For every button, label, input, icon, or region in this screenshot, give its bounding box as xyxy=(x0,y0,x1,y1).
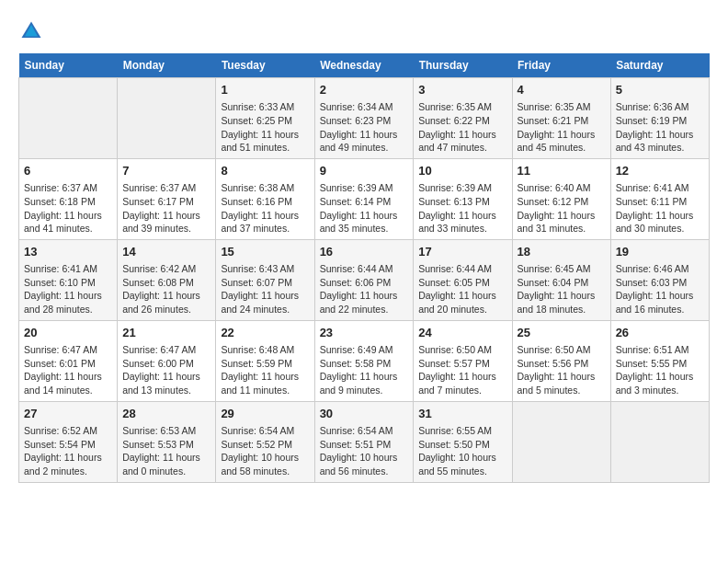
day-cell: 17Sunrise: 6:44 AM Sunset: 6:05 PM Dayli… xyxy=(414,239,512,320)
day-cell: 4Sunrise: 6:35 AM Sunset: 6:21 PM Daylig… xyxy=(512,78,610,159)
day-number: 3 xyxy=(418,82,506,98)
day-info: Sunrise: 6:42 AM Sunset: 6:08 PM Dayligh… xyxy=(122,262,210,316)
day-info: Sunrise: 6:41 AM Sunset: 6:10 PM Dayligh… xyxy=(24,262,112,316)
day-cell: 3Sunrise: 6:35 AM Sunset: 6:22 PM Daylig… xyxy=(414,78,512,159)
day-cell: 24Sunrise: 6:50 AM Sunset: 5:57 PM Dayli… xyxy=(414,320,512,401)
calendar-body: 1Sunrise: 6:33 AM Sunset: 6:25 PM Daylig… xyxy=(19,78,710,483)
day-number: 27 xyxy=(24,406,112,422)
day-cell: 21Sunrise: 6:47 AM Sunset: 6:00 PM Dayli… xyxy=(118,320,216,401)
day-info: Sunrise: 6:34 AM Sunset: 6:23 PM Dayligh… xyxy=(320,100,409,155)
day-number: 23 xyxy=(320,325,409,341)
day-cell xyxy=(118,78,216,159)
day-info: Sunrise: 6:39 AM Sunset: 6:14 PM Dayligh… xyxy=(320,181,409,236)
logo xyxy=(18,18,48,44)
day-number: 22 xyxy=(221,325,309,341)
day-cell: 12Sunrise: 6:41 AM Sunset: 6:11 PM Dayli… xyxy=(610,158,709,239)
day-number: 21 xyxy=(122,325,210,341)
day-info: Sunrise: 6:46 AM Sunset: 6:03 PM Dayligh… xyxy=(616,262,704,316)
day-info: Sunrise: 6:55 AM Sunset: 5:50 PM Dayligh… xyxy=(418,424,506,478)
day-info: Sunrise: 6:33 AM Sunset: 6:25 PM Dayligh… xyxy=(221,100,309,155)
day-cell: 14Sunrise: 6:42 AM Sunset: 6:08 PM Dayli… xyxy=(118,239,216,320)
day-cell: 9Sunrise: 6:39 AM Sunset: 6:14 PM Daylig… xyxy=(314,158,414,239)
day-info: Sunrise: 6:35 AM Sunset: 6:22 PM Dayligh… xyxy=(418,100,506,155)
day-info: Sunrise: 6:47 AM Sunset: 6:00 PM Dayligh… xyxy=(122,343,210,397)
day-number: 26 xyxy=(616,325,704,341)
day-cell: 13Sunrise: 6:41 AM Sunset: 6:10 PM Dayli… xyxy=(19,239,118,320)
day-cell: 23Sunrise: 6:49 AM Sunset: 5:58 PM Dayli… xyxy=(314,320,414,401)
week-row-2: 6Sunrise: 6:37 AM Sunset: 6:18 PM Daylig… xyxy=(19,158,710,239)
day-number: 2 xyxy=(320,82,409,98)
day-header-thursday: Thursday xyxy=(414,53,512,78)
day-cell: 25Sunrise: 6:50 AM Sunset: 5:56 PM Dayli… xyxy=(512,320,610,401)
day-info: Sunrise: 6:54 AM Sunset: 5:52 PM Dayligh… xyxy=(221,424,309,478)
calendar-header: SundayMondayTuesdayWednesdayThursdayFrid… xyxy=(19,53,710,78)
day-info: Sunrise: 6:41 AM Sunset: 6:11 PM Dayligh… xyxy=(616,181,704,236)
day-cell: 16Sunrise: 6:44 AM Sunset: 6:06 PM Dayli… xyxy=(314,239,414,320)
day-info: Sunrise: 6:50 AM Sunset: 5:57 PM Dayligh… xyxy=(418,343,506,397)
day-number: 20 xyxy=(24,325,112,341)
day-number: 28 xyxy=(122,406,210,422)
day-cell: 20Sunrise: 6:47 AM Sunset: 6:01 PM Dayli… xyxy=(19,320,118,401)
day-number: 16 xyxy=(320,244,409,260)
day-cell: 11Sunrise: 6:40 AM Sunset: 6:12 PM Dayli… xyxy=(512,158,610,239)
day-number: 31 xyxy=(418,406,506,422)
day-cell: 18Sunrise: 6:45 AM Sunset: 6:04 PM Dayli… xyxy=(512,239,610,320)
day-cell: 27Sunrise: 6:52 AM Sunset: 5:54 PM Dayli… xyxy=(19,401,118,482)
day-number: 29 xyxy=(221,406,309,422)
day-cell: 2Sunrise: 6:34 AM Sunset: 6:23 PM Daylig… xyxy=(314,78,414,159)
day-cell: 26Sunrise: 6:51 AM Sunset: 5:55 PM Dayli… xyxy=(610,320,709,401)
day-header-saturday: Saturday xyxy=(610,53,709,78)
day-number: 7 xyxy=(122,163,210,179)
day-cell: 5Sunrise: 6:36 AM Sunset: 6:19 PM Daylig… xyxy=(610,78,709,159)
day-number: 24 xyxy=(418,325,506,341)
day-header-monday: Monday xyxy=(118,53,216,78)
day-number: 12 xyxy=(616,163,704,179)
day-number: 8 xyxy=(221,163,309,179)
day-number: 17 xyxy=(418,244,506,260)
day-number: 30 xyxy=(320,406,409,422)
day-number: 25 xyxy=(518,325,606,341)
day-number: 4 xyxy=(518,82,606,98)
day-cell: 8Sunrise: 6:38 AM Sunset: 6:16 PM Daylig… xyxy=(216,158,314,239)
day-cell: 10Sunrise: 6:39 AM Sunset: 6:13 PM Dayli… xyxy=(414,158,512,239)
day-header-friday: Friday xyxy=(512,53,610,78)
day-cell xyxy=(19,78,118,159)
day-cell: 15Sunrise: 6:43 AM Sunset: 6:07 PM Dayli… xyxy=(216,239,314,320)
day-cell: 28Sunrise: 6:53 AM Sunset: 5:53 PM Dayli… xyxy=(118,401,216,482)
day-header-sunday: Sunday xyxy=(19,53,118,78)
day-info: Sunrise: 6:44 AM Sunset: 6:06 PM Dayligh… xyxy=(320,262,409,316)
page-header xyxy=(18,18,710,44)
week-row-5: 27Sunrise: 6:52 AM Sunset: 5:54 PM Dayli… xyxy=(19,401,710,482)
day-cell: 1Sunrise: 6:33 AM Sunset: 6:25 PM Daylig… xyxy=(216,78,314,159)
day-number: 6 xyxy=(24,163,112,179)
day-number: 1 xyxy=(221,82,309,98)
day-number: 10 xyxy=(418,163,506,179)
day-cell xyxy=(512,401,610,482)
day-number: 13 xyxy=(24,244,112,260)
day-info: Sunrise: 6:51 AM Sunset: 5:55 PM Dayligh… xyxy=(616,343,704,397)
week-row-1: 1Sunrise: 6:33 AM Sunset: 6:25 PM Daylig… xyxy=(19,78,710,159)
day-info: Sunrise: 6:44 AM Sunset: 6:05 PM Dayligh… xyxy=(418,262,506,316)
day-info: Sunrise: 6:52 AM Sunset: 5:54 PM Dayligh… xyxy=(24,424,112,478)
day-cell xyxy=(610,401,709,482)
day-info: Sunrise: 6:53 AM Sunset: 5:53 PM Dayligh… xyxy=(122,424,210,478)
day-header-row: SundayMondayTuesdayWednesdayThursdayFrid… xyxy=(19,53,710,78)
day-cell: 6Sunrise: 6:37 AM Sunset: 6:18 PM Daylig… xyxy=(19,158,118,239)
day-info: Sunrise: 6:37 AM Sunset: 6:18 PM Dayligh… xyxy=(24,181,112,236)
day-cell: 29Sunrise: 6:54 AM Sunset: 5:52 PM Dayli… xyxy=(216,401,314,482)
day-info: Sunrise: 6:49 AM Sunset: 5:58 PM Dayligh… xyxy=(320,343,409,397)
day-info: Sunrise: 6:48 AM Sunset: 5:59 PM Dayligh… xyxy=(221,343,309,397)
day-cell: 30Sunrise: 6:54 AM Sunset: 5:51 PM Dayli… xyxy=(314,401,414,482)
day-cell: 19Sunrise: 6:46 AM Sunset: 6:03 PM Dayli… xyxy=(610,239,709,320)
day-number: 5 xyxy=(616,82,704,98)
day-number: 14 xyxy=(122,244,210,260)
day-info: Sunrise: 6:36 AM Sunset: 6:19 PM Dayligh… xyxy=(616,100,704,155)
day-header-wednesday: Wednesday xyxy=(314,53,414,78)
day-info: Sunrise: 6:35 AM Sunset: 6:21 PM Dayligh… xyxy=(518,100,606,155)
day-number: 11 xyxy=(518,163,606,179)
day-info: Sunrise: 6:54 AM Sunset: 5:51 PM Dayligh… xyxy=(320,424,409,478)
day-info: Sunrise: 6:37 AM Sunset: 6:17 PM Dayligh… xyxy=(122,181,210,236)
day-info: Sunrise: 6:45 AM Sunset: 6:04 PM Dayligh… xyxy=(518,262,606,316)
day-number: 18 xyxy=(518,244,606,260)
week-row-4: 20Sunrise: 6:47 AM Sunset: 6:01 PM Dayli… xyxy=(19,320,710,401)
